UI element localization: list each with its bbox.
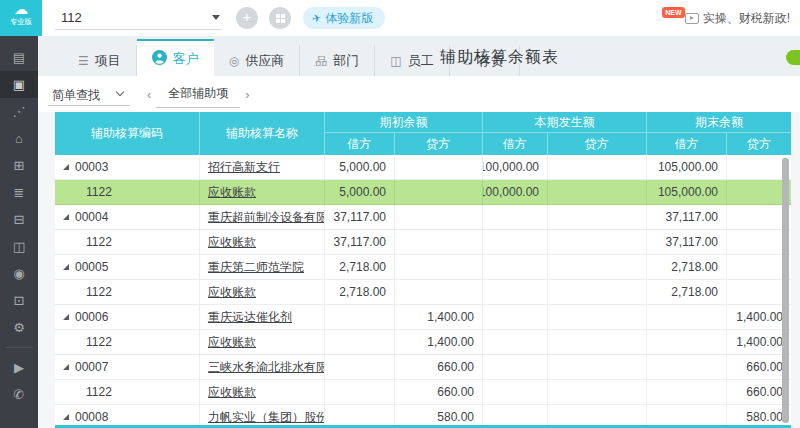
name-link[interactable]: 重庆超前制冷设备有限公司 (208, 209, 325, 226)
name-link[interactable]: 重庆远达催化剂 (208, 309, 292, 326)
table-row[interactable]: 1122应收账款1,400.001,400.00 (55, 330, 791, 355)
table-row[interactable]: 00005重庆第二师范学院2,718.002,718.00 (55, 255, 791, 280)
sidebar-item-calendar-icon[interactable]: ⊞ (0, 152, 38, 179)
vertical-scrollbar[interactable] (782, 158, 789, 423)
sidebar-item-video-icon[interactable]: ▶ (0, 354, 38, 381)
report-icon: ◫ (13, 239, 25, 254)
video-icon: ▶ (14, 360, 24, 375)
name-link[interactable]: 应收账款 (208, 184, 256, 201)
table-row[interactable]: 00006重庆远达催化剂1,400.001,400.00 (55, 305, 791, 330)
sidebar: ▤▣⋰⌂⊞≣⊟◫◉⊡⚙▶✆ (0, 36, 38, 428)
group-label: 期末余额 (647, 112, 791, 133)
header-group-opening: 期初余额 借方 贷方 (325, 112, 483, 155)
help-toggle[interactable] (786, 50, 800, 65)
sidebar-item-company-icon[interactable]: ⌂ (0, 125, 38, 152)
sidebar-item-ledger-icon[interactable]: ▣ (0, 71, 38, 98)
cell-amount (647, 380, 727, 404)
sidebar-item-cashier-icon[interactable]: ⊟ (0, 206, 38, 233)
tab-projects[interactable]: ☰项目 (63, 45, 137, 76)
cell-name: 重庆第二师范学院 (200, 255, 325, 279)
table-row[interactable]: 00003招行高新支行5,000.00100,000.00105,000.00 (55, 155, 791, 180)
sidebar-item-audit-icon[interactable]: ⊡ (0, 287, 38, 314)
try-new-version-button[interactable]: ✈体验新版 (303, 7, 385, 29)
table-row[interactable]: 1122应收账款37,117.0037,117.00 (55, 230, 791, 255)
tab-employees[interactable]: ◫员工 (375, 45, 449, 76)
aux-item-select[interactable]: 全部辅助项 (156, 82, 240, 108)
tab-suppliers[interactable]: ◎供应商 (214, 45, 300, 76)
stamp-icon: ◉ (13, 266, 24, 281)
cell-code: 00007 (55, 355, 200, 379)
department-icon: 品 (315, 55, 327, 67)
cell-amount (548, 205, 647, 229)
sidebar-item-voucher-icon[interactable]: ▤ (0, 44, 38, 71)
name-link[interactable]: 重庆第二师范学院 (208, 259, 304, 276)
table-row[interactable]: 00007三峡水务渝北排水有限公司660.00660.00 (55, 355, 791, 380)
cell-amount (325, 330, 395, 354)
sidebar-item-stamp-icon[interactable]: ◉ (0, 260, 38, 287)
add-button[interactable]: + (236, 7, 258, 29)
news-text: 实操、财税新政! (703, 10, 790, 27)
code-text: 1122 (86, 385, 112, 399)
table-row[interactable]: 00004重庆超前制冷设备有限公司37,117.0037,117.00 (55, 205, 791, 230)
cell-name: 应收账款 (200, 180, 325, 204)
table-row[interactable]: 1122应收账款2,718.002,718.00 (55, 280, 791, 305)
cell-amount (395, 230, 483, 254)
name-link[interactable]: 三峡水务渝北排水有限公司 (208, 359, 325, 376)
table-row[interactable]: 1122应收账款5,000.00100,000.00105,000.00 (55, 180, 791, 205)
cell-amount (548, 380, 647, 404)
company-icon: ⌂ (15, 131, 23, 146)
cell-amount: 37,117.00 (647, 230, 727, 254)
tab-departments[interactable]: 品部门 (300, 45, 375, 76)
expand-triangle-icon[interactable] (63, 264, 69, 270)
name-link[interactable]: 力帆实业（集团）股份有限公司 (208, 409, 325, 426)
expand-triangle-icon[interactable] (63, 314, 69, 320)
apps-grid-button[interactable] (269, 7, 291, 29)
employee-icon: ◫ (390, 55, 401, 67)
voucher-icon: ▤ (13, 50, 25, 65)
name-link[interactable]: 应收账款 (208, 334, 256, 351)
table-row[interactable]: 1122应收账款660.00660.00 (55, 380, 791, 405)
account-set-select[interactable]: 112 (55, 5, 222, 30)
cell-name: 应收账款 (200, 280, 325, 304)
tab-bar: ☰项目客户◎供应商品部门◫员工⌂存货辅助核算余额表 (38, 36, 800, 76)
account-set-value: 112 (61, 10, 82, 25)
balance-table: 辅助核算编码 辅助核算名称 期初余额 借方 贷方 本期发生额 借方 贷方 (55, 112, 800, 428)
sidebar-item-report-icon[interactable]: ◫ (0, 233, 38, 260)
name-link[interactable]: 应收账款 (208, 234, 256, 251)
app-window: ☁ 专业版 112 + ✈体验新版 NEW 实操、财税新政! ▤▣⋰⌂⊞≣⊟◫◉… (0, 0, 800, 428)
cell-amount (483, 280, 548, 304)
header-credit: 贷方 (548, 133, 646, 155)
name-link[interactable]: 招行高新支行 (208, 159, 280, 176)
cell-name: 重庆超前制冷设备有限公司 (200, 205, 325, 229)
next-aux-button[interactable]: › (240, 87, 254, 102)
header-code: 辅助核算编码 (55, 112, 200, 155)
sidebar-item-settings-icon[interactable]: ⚙ (0, 314, 38, 341)
cell-amount: 5,000.00 (325, 180, 395, 204)
news-link[interactable]: NEW 实操、财税新政! (662, 8, 790, 28)
cell-code: 1122 (55, 180, 200, 204)
chevron-down-icon (116, 88, 124, 96)
sidebar-item-chart-icon[interactable]: ⋰ (0, 98, 38, 125)
search-mode-select[interactable]: 简单查找 (48, 83, 130, 106)
cell-name: 招行高新支行 (200, 155, 325, 179)
tab-label: 项目 (95, 52, 121, 70)
tab-customers[interactable]: 客户 (137, 39, 214, 76)
brand-logo[interactable]: ☁ 专业版 (0, 0, 42, 36)
settings-icon: ⚙ (13, 320, 25, 335)
code-text: 1122 (86, 285, 112, 299)
cell-code: 00006 (55, 305, 200, 329)
prev-aux-button[interactable]: ‹ (142, 87, 156, 102)
expand-triangle-icon[interactable] (63, 164, 69, 170)
expand-triangle-icon[interactable] (63, 414, 69, 420)
expand-triangle-icon[interactable] (63, 364, 69, 370)
cell-amount: 1,400.00 (395, 330, 483, 354)
cell-amount (483, 205, 548, 229)
cell-amount (483, 330, 548, 354)
sidebar-item-phone-icon[interactable]: ✆ (0, 381, 38, 408)
name-link[interactable]: 应收账款 (208, 284, 256, 301)
expand-triangle-icon[interactable] (63, 214, 69, 220)
cell-amount (548, 155, 647, 179)
sidebar-item-receipt-icon[interactable]: ≣ (0, 179, 38, 206)
name-link[interactable]: 应收账款 (208, 384, 256, 401)
rocket-icon: ✈ (309, 6, 323, 30)
